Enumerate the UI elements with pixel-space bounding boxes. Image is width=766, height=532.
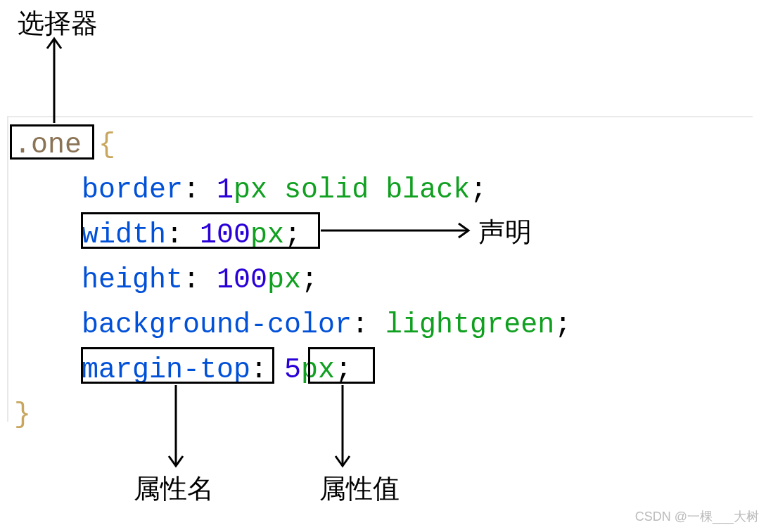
- editor-gutter-top: [7, 116, 753, 117]
- box-selector: [10, 124, 94, 160]
- code-line-border: border: 1px solid black;: [14, 168, 571, 213]
- code-line-close: }: [14, 393, 571, 438]
- code-block: .one { border: 1px solid black; width: 1…: [14, 123, 571, 438]
- watermark: CSDN @一棵___大树: [635, 508, 759, 525]
- close-brace: }: [14, 399, 31, 431]
- arrow-down-icon: [174, 385, 177, 466]
- code-line-bgcolor: background-color: lightgreen;: [14, 303, 571, 348]
- label-property-value: 属性值: [319, 471, 400, 507]
- box-property-value: [308, 347, 375, 384]
- editor-gutter-line: [7, 116, 8, 422]
- arrow-right-icon: [321, 229, 468, 232]
- open-brace: {: [98, 129, 115, 161]
- arrow-up-icon: [53, 39, 56, 123]
- arrow-down-icon-2: [341, 385, 344, 466]
- code-line-height: height: 100px;: [14, 258, 571, 303]
- box-declaration: [81, 212, 320, 249]
- label-selector: 选择器: [18, 6, 98, 41]
- code-line-selector: .one {: [14, 123, 571, 168]
- box-property-name: [81, 347, 274, 384]
- label-property-name: 属性名: [134, 471, 214, 507]
